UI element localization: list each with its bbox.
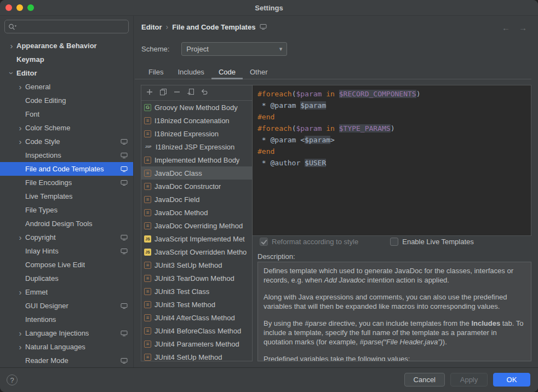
back-button[interactable]: ←	[502, 23, 510, 32]
template-name: JUnit3 Test Method	[154, 301, 215, 309]
sidebar-item-editor[interactable]: ›Editor	[0, 66, 133, 80]
copy-template-button[interactable]	[159, 89, 167, 97]
template-list-item-junit3-teardown-method[interactable]: ≡JUnit3 TearDown Method	[141, 272, 252, 285]
forward-button[interactable]: →	[519, 23, 527, 32]
template-list-item-i18nized-concatenation[interactable]: ≡I18nized Concatenation	[141, 114, 252, 127]
screen-icon	[121, 330, 128, 337]
chevron-right-icon[interactable]: ›	[15, 343, 25, 351]
titlebar: Settings	[0, 0, 538, 16]
sidebar-item-appearance-behavior[interactable]: ›Appearance & Behavior	[0, 39, 133, 53]
template-toolbar	[141, 85, 252, 101]
settings-search[interactable]	[4, 20, 129, 33]
sidebar-item-inspections[interactable]: Inspections	[0, 148, 133, 162]
description-paragraph: Defines template which used to generate …	[264, 266, 525, 285]
sidebar-item-gui-designer[interactable]: GUI Designer	[0, 299, 133, 313]
chevron-down-icon[interactable]: ›	[8, 68, 16, 78]
template-icon: ≡	[144, 222, 151, 229]
template-list-item-javadoc-field[interactable]: ≡JavaDoc Field	[141, 193, 252, 206]
template-list-item-javadoc-method[interactable]: ≡JavaDoc Method	[141, 206, 252, 219]
chevron-right-icon[interactable]: ›	[15, 233, 25, 241]
sidebar-item-font[interactable]: Font	[0, 107, 133, 121]
live-templates-option[interactable]: Enable Live Templates	[390, 238, 474, 246]
template-list-item-junit3-test-method[interactable]: ≡JUnit3 Test Method	[141, 298, 252, 311]
template-name: JavaScript Overridden Metho	[154, 248, 247, 256]
screen-icon	[121, 180, 128, 186]
template-name: I18nized Expression	[154, 130, 219, 138]
template-list-item-junit4-afterclass-method[interactable]: ≡JUnit4 AfterClass Method	[141, 311, 252, 324]
sidebar-item-file-and-code-templates[interactable]: File and Code Templates	[0, 162, 133, 176]
reformat-checkbox[interactable]	[260, 238, 268, 246]
template-list-item-i18nized-expression[interactable]: ≡I18nized Expression	[141, 127, 252, 140]
ok-button[interactable]: OK	[493, 373, 530, 387]
chevron-right-icon[interactable]: ›	[15, 329, 25, 337]
template-icon: ≡	[144, 117, 151, 124]
template-icon: ≡	[144, 275, 151, 282]
scheme-select[interactable]: Project ▾	[181, 42, 287, 56]
remove-template-button[interactable]	[173, 89, 181, 97]
sidebar-item-live-templates[interactable]: Live Templates	[0, 189, 133, 203]
duplicate-template-button[interactable]	[186, 89, 194, 97]
sidebar-item-file-encodings[interactable]: File Encodings	[0, 176, 133, 189]
scheme-row: Scheme: Project ▾	[141, 42, 287, 56]
sidebar-item-color-scheme[interactable]: ›Color Scheme	[0, 121, 133, 135]
sidebar-item-natural-languages[interactable]: ›Natural Languages	[0, 340, 133, 354]
code-line: #foreach($param in $TYPE_PARAMS)	[257, 123, 531, 134]
chevron-right-icon[interactable]: ›	[15, 137, 25, 146]
template-editor[interactable]: #foreach($param in $RECORD_COMPONENTS) *…	[253, 85, 531, 236]
sidebar-item-reader-mode[interactable]: Reader Mode	[0, 354, 133, 367]
sidebar-item-android-design-tools[interactable]: Android Design Tools	[0, 217, 133, 230]
sidebar-item-intentions[interactable]: Intentions	[0, 313, 133, 326]
sidebar-item-general[interactable]: ›General	[0, 80, 133, 94]
search-input[interactable]	[19, 22, 125, 31]
template-name: JavaDoc Class	[154, 169, 202, 177]
sidebar-item-code-editing[interactable]: Code Editing	[0, 94, 133, 107]
tab-files[interactable]: Files	[141, 65, 170, 79]
template-name: JUnit3 TearDown Method	[154, 274, 234, 283]
apply-button[interactable]: Apply	[450, 373, 488, 387]
sidebar-item-code-style[interactable]: ›Code Style	[0, 135, 133, 148]
reset-templates-button[interactable]	[200, 89, 208, 97]
template-list-item-implemented-method-body[interactable]: ≡Implemented Method Body	[141, 153, 252, 166]
sidebar-item-inlay-hints[interactable]: Inlay Hints	[0, 244, 133, 258]
code-line: #foreach($param in $RECORD_COMPONENTS)	[257, 88, 531, 100]
live-templates-checkbox[interactable]	[390, 238, 398, 246]
template-list-item-junit3-test-class[interactable]: ≡JUnit3 Test Class	[141, 285, 252, 298]
template-list-item-junit4-setup-method[interactable]: ≡JUnit4 SetUp Method	[141, 350, 252, 361]
template-list-item-javadoc-constructor[interactable]: ≡JavaDoc Constructor	[141, 180, 252, 193]
sidebar-item-keymap[interactable]: Keymap	[0, 53, 133, 66]
template-icon: ≡	[144, 157, 151, 164]
sidebar-item-language-injections[interactable]: ›Language Injections	[0, 326, 133, 340]
sidebar-item-duplicates[interactable]: Duplicates	[0, 272, 133, 285]
chevron-right-icon[interactable]: ›	[15, 124, 25, 132]
template-list-item-groovy-new-method-body[interactable]: GGroovy New Method Body	[141, 101, 252, 114]
description-paragraph: By using the #parse directive, you can i…	[264, 319, 525, 347]
template-list-item-junit4-beforeclass-method[interactable]: ≡JUnit4 BeforeClass Method	[141, 324, 252, 337]
tab-code[interactable]: Code	[211, 65, 243, 79]
template-list-item-javadoc-overriding-method[interactable]: ≡JavaDoc Overriding Method	[141, 219, 252, 232]
sidebar-item-file-types[interactable]: File Types	[0, 203, 133, 217]
reformat-option[interactable]: Reformat according to style	[260, 238, 358, 246]
chevron-right-icon[interactable]: ›	[15, 288, 25, 296]
sidebar-item-compose-live-edit[interactable]: Compose Live Edit	[0, 258, 133, 272]
chevron-right-icon[interactable]: ›	[7, 42, 16, 50]
template-list-item-junit4-parameters-method[interactable]: ≡JUnit4 Parameters Method	[141, 337, 252, 350]
cancel-button[interactable]: Cancel	[404, 373, 445, 387]
template-list-item-javascript-overridden-metho[interactable]: JSJavaScript Overridden Metho	[141, 245, 252, 258]
add-template-button[interactable]	[145, 89, 153, 97]
template-list-item-junit3-setup-method[interactable]: ≡JUnit3 SetUp Method	[141, 258, 252, 272]
window-title: Settings	[0, 0, 538, 15]
sidebar-item-copyright[interactable]: ›Copyright	[0, 230, 133, 244]
template-list-item-javadoc-class[interactable]: ≡JavaDoc Class	[141, 166, 252, 180]
search-icon	[8, 23, 17, 31]
sidebar-item-emmet[interactable]: ›Emmet	[0, 285, 133, 299]
tab-other[interactable]: Other	[243, 65, 275, 79]
chevron-right-icon[interactable]: ›	[15, 83, 25, 91]
breadcrumb-section[interactable]: Editor	[141, 23, 162, 31]
code-line: #end	[257, 111, 531, 123]
template-list-item-javascript-implemented-met[interactable]: JSJavaScript Implemented Met	[141, 232, 252, 245]
template-name: JavaDoc Constructor	[154, 182, 221, 191]
sidebar-item-label: Color Scheme	[25, 124, 70, 132]
help-button[interactable]: ?	[7, 374, 18, 385]
tab-includes[interactable]: Includes	[170, 65, 211, 79]
template-list-item-i18nized-jsp-expression[interactable]: JSPI18nized JSP Expression	[141, 140, 252, 153]
